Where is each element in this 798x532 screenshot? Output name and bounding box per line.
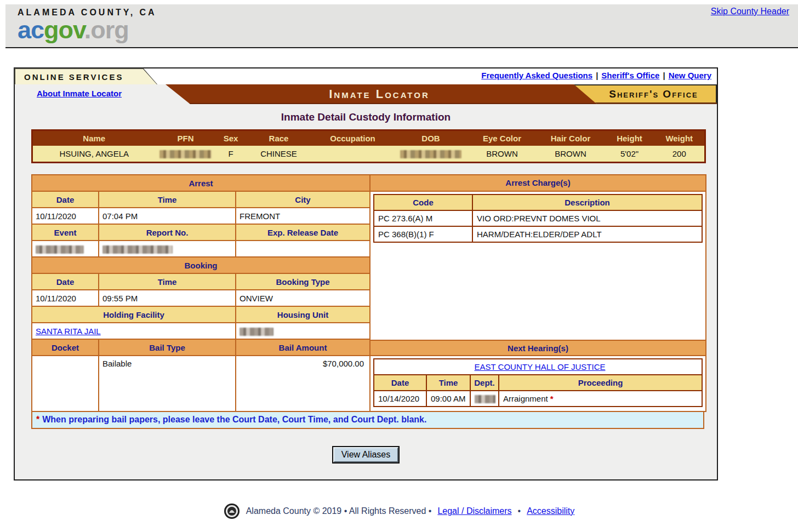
inmate-name: HSUING, ANGELA — [32, 146, 156, 163]
accessibility-link[interactable]: Accessibility — [527, 506, 574, 516]
arrest-event-header: Event — [32, 224, 99, 241]
inmate-occupation — [312, 146, 394, 163]
note-text: When preparing bail papers, please leave… — [42, 415, 426, 424]
custody-right-column: Arrest Charge(s) Code Description PC 273… — [371, 174, 706, 412]
holding-facility-header: Holding Facility — [32, 306, 236, 323]
proceeding-text: Arraignment — [503, 394, 548, 403]
hearing-time: 09:00 AM — [426, 391, 470, 407]
col-header-sex: Sex — [216, 130, 246, 146]
arrest-date-header: Date — [32, 191, 99, 208]
link-separator: | — [592, 71, 601, 80]
arrest-city-header: City — [236, 191, 370, 208]
top-nav-links: Frequently Asked Questions|Sheriff's Off… — [481, 71, 711, 80]
new-query-link[interactable]: New Query — [669, 71, 711, 80]
inmate-summary-header-row: Name PFN Sex Race Occupation DOB Eye Col… — [32, 130, 705, 146]
inmate-weight: 200 — [654, 146, 705, 163]
charge-row: PC 273.6(A) M VIO ORD:PREVNT DOMES VIOL — [374, 210, 702, 226]
booking-type-header: Booking Type — [236, 273, 370, 290]
inmate-summary-data-row: HSUING, ANGELA F CHINESE BROWN BROWN 5'0… — [32, 146, 705, 163]
arrest-city-value: FREMONT — [236, 208, 370, 224]
hearing-asterisk: * — [548, 394, 554, 403]
redacted-dept — [475, 395, 495, 403]
alameda-county-seal-icon — [224, 503, 240, 519]
hearing-row: 10/14/2020 09:00 AM Arraignment* — [374, 391, 702, 407]
bail-papers-note: *When preparing bail papers, please leav… — [31, 412, 704, 429]
hearing-date: 10/14/2020 — [374, 391, 426, 407]
east-county-hall-of-justice-link[interactable]: EAST COUNTY HALL OF JUSTICE — [475, 362, 606, 371]
arrest-date-value: 10/11/2020 — [32, 208, 99, 224]
hearing-dept-redacted — [470, 391, 499, 407]
view-aliases-button[interactable]: View Aliases — [333, 447, 399, 462]
tab-row: ONLINE SERVICES Frequently Asked Questio… — [15, 68, 717, 84]
inmate-dob-redacted — [394, 146, 468, 163]
arrest-section-header: Arrest — [32, 175, 370, 191]
link-separator: | — [659, 71, 668, 80]
skip-county-header-link[interactable]: Skip County Header — [711, 7, 789, 16]
bail-amount-header: Bail Amount — [236, 339, 370, 356]
hearing-proceeding-header: Proceeding — [499, 375, 702, 391]
booking-time-header: Time — [99, 273, 236, 290]
booking-time-value: 09:55 PM — [99, 290, 236, 306]
charge-code-header: Code — [374, 195, 472, 210]
col-header-height: Height — [605, 130, 654, 146]
booking-date-value: 10/11/2020 — [32, 290, 99, 306]
docket-header: Docket — [32, 339, 99, 356]
footer-separator: • — [518, 506, 521, 516]
inmate-pfn-redacted — [156, 146, 216, 163]
booking-date-header: Date — [32, 273, 99, 290]
inmate-height: 5'02" — [605, 146, 654, 163]
charge-code: PC 273.6(A) M — [374, 210, 472, 226]
col-header-dob: DOB — [394, 130, 468, 146]
sheriffs-office-ribbon-title: Sheriff's Office — [597, 84, 710, 104]
booking-section-header: Booking — [32, 257, 370, 273]
hearing-date-header: Date — [374, 375, 426, 391]
footer-copyright-text: Alameda County © 2019 • All Rights Reser… — [246, 506, 432, 516]
acgov-logo: ALAMEDA COUNTY, CA acgov.org — [18, 8, 157, 42]
logo-part-gov: gov — [44, 16, 84, 44]
about-inmate-locator-link[interactable]: About Inmate Locator — [37, 89, 122, 98]
next-hearings-section-header: Next Hearing(s) — [371, 340, 705, 356]
col-header-weight: Weight — [654, 130, 705, 146]
inmate-locator-banner-title: Inmate Locator — [190, 84, 568, 104]
logo-part-ac: ac — [18, 16, 44, 44]
legal-disclaimers-link[interactable]: Legal / Disclaimers — [437, 506, 511, 516]
hearing-proceeding: Arraignment* — [499, 391, 702, 407]
custody-left-table: Arrest Date Time City 10/11/2020 07:04 P… — [31, 174, 371, 412]
arrest-charges-panel: Code Description PC 273.6(A) M VIO ORD:P… — [371, 192, 705, 340]
col-header-pfn: PFN — [156, 130, 216, 146]
santa-rita-jail-link[interactable]: SANTA RITA JAIL — [36, 327, 101, 336]
col-header-race: Race — [246, 130, 312, 146]
housing-unit-header: Housing Unit — [236, 306, 370, 323]
col-header-name: Name — [32, 130, 156, 146]
button-row: View Aliases — [15, 447, 717, 462]
col-header-occupation: Occupation — [312, 130, 394, 146]
sheriffs-office-link[interactable]: Sheriff's Office — [601, 71, 659, 80]
next-hearings-panel: EAST COUNTY HALL OF JUSTICE Date Time De… — [371, 356, 705, 411]
docket-value — [32, 356, 99, 411]
booking-type-value: ONVIEW — [236, 290, 370, 306]
arrest-exp-release-header: Exp. Release Date — [236, 224, 370, 241]
arrest-time-header: Time — [99, 191, 236, 208]
redacted-dob — [400, 150, 461, 158]
page-footer: Alameda County © 2019 • All Rights Reser… — [0, 503, 798, 519]
inmate-eye-color: BROWN — [468, 146, 537, 163]
redacted-event — [36, 245, 84, 254]
county-header-bar: Skip County Header ALAMEDA COUNTY, CA ac… — [5, 4, 798, 48]
arrest-charges-section-header: Arrest Charge(s) — [371, 175, 705, 192]
banner-row: Inmate Locator Sheriff's Office About In… — [15, 84, 717, 104]
court-cell: EAST COUNTY HALL OF JUSTICE — [374, 359, 702, 375]
redacted-pfn — [159, 150, 212, 158]
charge-code: PC 368(B)(1) F — [374, 226, 472, 242]
arrest-event-redacted — [32, 241, 99, 257]
arrest-exp-release-value — [236, 241, 370, 257]
inmate-locator-panel: ONLINE SERVICES Frequently Asked Questio… — [14, 67, 718, 480]
redacted-housing-unit — [240, 328, 273, 336]
acgov-logo-word: acgov.org — [18, 18, 157, 42]
charge-description: VIO ORD:PREVNT DOMES VIOL — [472, 210, 702, 226]
inmate-race: CHINESE — [246, 146, 312, 163]
col-header-eye-color: Eye Color — [468, 130, 537, 146]
faq-link[interactable]: Frequently Asked Questions — [481, 71, 592, 80]
inmate-summary-table: Name PFN Sex Race Occupation DOB Eye Col… — [31, 129, 706, 163]
hearing-dept-header: Dept. — [470, 375, 499, 391]
hearing-time-header: Time — [426, 375, 470, 391]
